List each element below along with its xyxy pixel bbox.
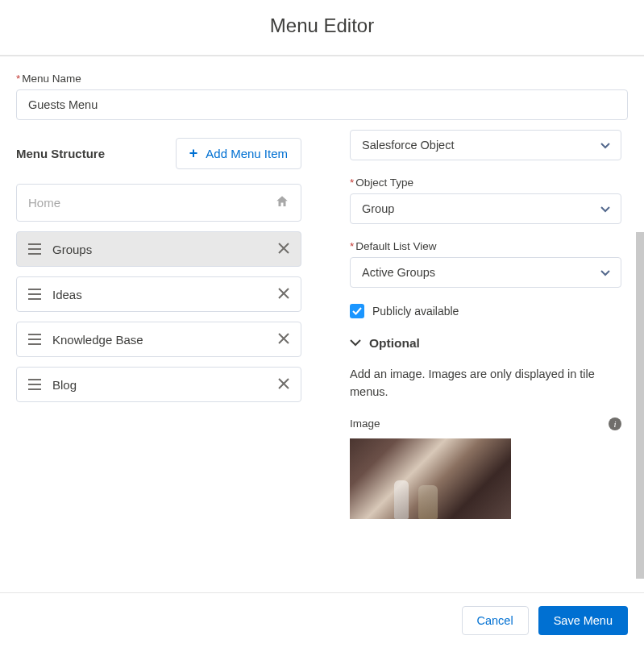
menu-item-blog[interactable]: Blog (16, 367, 301, 402)
publicly-available-row[interactable]: Publicly available (350, 304, 621, 318)
info-icon[interactable]: i (609, 417, 621, 430)
required-indicator: * (16, 73, 20, 85)
optional-label: Optional (369, 336, 420, 351)
add-menu-item-label: Add Menu Item (206, 147, 288, 160)
add-menu-item-button[interactable]: + Add Menu Item (176, 138, 301, 169)
save-menu-button[interactable]: Save Menu (538, 606, 628, 635)
menu-item-label: Ideas (52, 288, 278, 301)
editor-columns: Menu Structure + Add Menu Item Home (16, 120, 628, 592)
scrollbar-track[interactable] (636, 127, 644, 579)
close-icon[interactable] (278, 288, 289, 301)
modal-footer: Cancel Save Menu (0, 592, 644, 648)
type-select[interactable] (350, 130, 621, 160)
menu-name-label: *Menu Name (16, 73, 628, 85)
chevron-down-icon (350, 337, 361, 350)
menu-item-label: Knowledge Base (52, 333, 278, 347)
drag-handle-icon[interactable] (28, 334, 41, 345)
drag-handle-icon[interactable] (28, 243, 41, 255)
default-list-view-field-group: *Default List View (350, 240, 621, 288)
cancel-button[interactable]: Cancel (462, 606, 529, 635)
optional-section-toggle[interactable]: Optional (350, 336, 621, 351)
publicly-available-checkbox[interactable] (350, 304, 364, 318)
drag-handle-icon[interactable] (28, 289, 41, 300)
menu-item-groups[interactable]: Groups (16, 231, 301, 267)
menu-structure-panel: Menu Structure + Add Menu Item Home (16, 120, 326, 592)
publicly-available-label: Publicly available (372, 305, 459, 318)
menu-editor-modal: Menu Editor *Menu Name Menu Structure + … (0, 0, 644, 648)
modal-header: Menu Editor (0, 0, 644, 56)
menu-item-detail-panel: *Object Type *Default List View (326, 120, 628, 592)
optional-help-text: Add an image. Images are only displayed … (350, 365, 621, 401)
image-label: Image (350, 417, 380, 430)
object-type-select[interactable] (350, 193, 621, 224)
image-preview[interactable] (350, 438, 511, 519)
menu-item-label: Blog (52, 378, 278, 392)
object-type-field-group: *Object Type (350, 177, 621, 224)
close-icon[interactable] (278, 243, 289, 256)
structure-header: Menu Structure + Add Menu Item (16, 138, 301, 169)
menu-name-field-group: *Menu Name (16, 73, 628, 120)
menu-item-label: Home (28, 196, 275, 210)
menu-items-list: Home Groups (16, 184, 301, 402)
type-field-group (350, 130, 621, 160)
modal-title: Menu Editor (0, 15, 644, 37)
menu-item-home[interactable]: Home (16, 184, 301, 222)
close-icon[interactable] (278, 378, 289, 392)
required-indicator: * (350, 177, 354, 189)
modal-body: *Menu Name Menu Structure + Add Menu Ite… (0, 56, 644, 592)
menu-item-knowledge-base[interactable]: Knowledge Base (16, 322, 301, 357)
drag-handle-icon[interactable] (28, 379, 41, 390)
required-indicator: * (350, 240, 354, 252)
close-icon[interactable] (278, 333, 289, 347)
object-type-label: *Object Type (350, 177, 621, 189)
structure-title: Menu Structure (16, 147, 105, 160)
plus-icon: + (189, 145, 198, 162)
default-list-view-select[interactable] (350, 257, 621, 288)
menu-item-ideas[interactable]: Ideas (16, 276, 301, 312)
scrollbar-thumb[interactable] (636, 232, 644, 579)
home-icon (275, 194, 289, 211)
image-label-row: Image i (350, 417, 621, 430)
menu-name-input[interactable] (16, 89, 628, 120)
menu-item-label: Groups (52, 243, 278, 256)
default-list-view-label: *Default List View (350, 240, 621, 252)
